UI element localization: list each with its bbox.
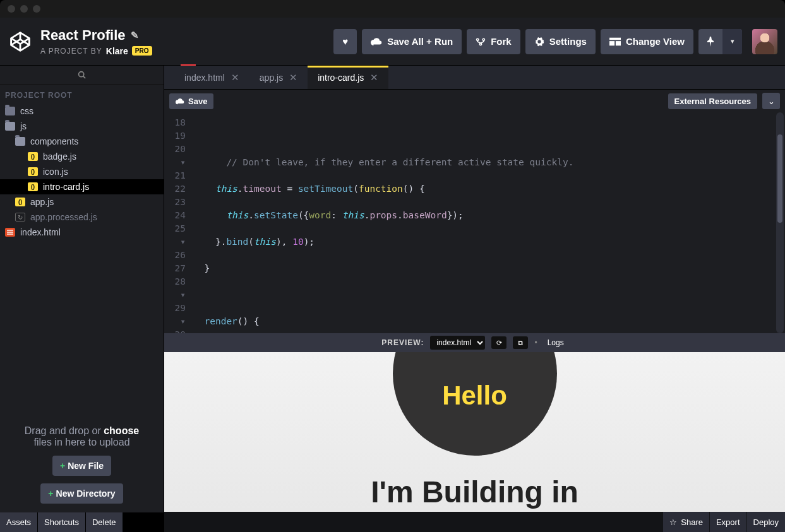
tab-app-js[interactable]: app.js ✕	[249, 66, 308, 89]
dropzone-choose[interactable]: choose	[104, 425, 139, 436]
code-body[interactable]: // Don't leave, if they enter a differen…	[191, 112, 785, 333]
shortcuts-button[interactable]: Shortcuts	[38, 512, 85, 532]
external-link-icon: ⧉	[518, 339, 523, 347]
export-button[interactable]: Export	[710, 512, 746, 532]
chevron-down-icon[interactable]: ▾	[722, 29, 742, 54]
pin-dropdown[interactable]: ▾	[698, 29, 742, 54]
project-root-label: PROJECT ROOT	[0, 85, 164, 103]
dropzone-text-2: files in here to upload	[9, 437, 155, 448]
file-intro-card-js[interactable]: intro-card.js	[0, 179, 164, 194]
editor-toolbar: Save External Resources ⌄	[164, 90, 785, 112]
bottom-toolbar: ☆Share Export Deploy	[164, 512, 785, 532]
folder-css[interactable]: css	[0, 103, 164, 119]
folder-components[interactable]: components	[0, 134, 164, 149]
svg-rect-8	[616, 41, 621, 45]
folder-open-icon	[5, 122, 15, 131]
new-file-button[interactable]: +New File	[52, 456, 111, 476]
editor-tabbar: index.html ✕ app.js ✕ intro-card.js ✕	[164, 66, 785, 90]
dropzone-text-1: Drag and drop or	[25, 425, 104, 436]
chevron-down-icon: ⌄	[768, 97, 775, 106]
change-view-button[interactable]: Change View	[601, 29, 693, 54]
line-gutter: 18 19 20 ▾ 21 22 23 24 25 ▾ 26 27 28 ▾ 2…	[164, 112, 191, 333]
close-icon[interactable]: ✕	[231, 72, 239, 83]
file-index-html[interactable]: index.html	[0, 225, 164, 240]
preview-pane: Hello I'm Building in	[164, 352, 785, 512]
preview-badge-circle: Hello	[393, 352, 557, 456]
close-icon[interactable]: ✕	[370, 72, 378, 83]
window-titlebar	[0, 0, 785, 18]
processed-file-icon	[15, 213, 25, 222]
refresh-icon: ⟳	[496, 339, 502, 347]
folder-js[interactable]: js	[0, 119, 164, 134]
file-badge-js[interactable]: badge.js	[0, 149, 164, 164]
preview-file-select[interactable]: index.html	[430, 336, 485, 350]
project-author[interactable]: Klare	[106, 46, 128, 56]
save-run-label: Save All + Run	[387, 36, 453, 47]
file-app-processed-js[interactable]: app.processed.js	[0, 210, 164, 225]
settings-button[interactable]: Settings	[525, 29, 596, 54]
popout-button[interactable]: ⧉	[513, 336, 528, 349]
refresh-button[interactable]: ⟳	[491, 336, 506, 349]
search-icon	[78, 71, 86, 79]
settings-label: Settings	[549, 36, 587, 47]
svg-rect-6	[609, 37, 621, 40]
js-file-icon	[28, 152, 38, 161]
preview-heading: I'm Building in	[371, 475, 578, 509]
pin-icon[interactable]	[698, 29, 722, 54]
plus-icon: +	[48, 488, 53, 499]
separator	[534, 338, 537, 347]
project-byline-prefix: A PROJECT BY	[40, 47, 102, 56]
close-icon[interactable]: ✕	[289, 72, 297, 83]
html-file-icon	[5, 228, 15, 237]
js-file-icon	[15, 198, 25, 206]
deploy-button[interactable]: Deploy	[747, 512, 785, 532]
fork-label: Fork	[491, 36, 512, 47]
editor-options-chevron[interactable]: ⌄	[762, 93, 780, 109]
star-icon: ☆	[669, 517, 677, 527]
fork-icon	[476, 37, 486, 46]
traffic-light-zoom[interactable]	[33, 5, 40, 13]
change-view-label: Change View	[626, 36, 685, 47]
user-avatar[interactable]	[752, 29, 777, 54]
share-button[interactable]: ☆Share	[663, 512, 709, 532]
js-file-icon	[28, 167, 38, 176]
editor-save-button[interactable]: Save	[169, 93, 213, 109]
new-directory-button[interactable]: +New Directory	[40, 483, 123, 504]
file-app-js[interactable]: app.js	[0, 194, 164, 210]
traffic-light-close[interactable]	[8, 5, 15, 13]
svg-point-4	[482, 38, 484, 40]
delete-button[interactable]: Delete	[86, 512, 123, 532]
file-sidebar: PROJECT ROOT css js components badge.js …	[0, 66, 164, 532]
fork-button[interactable]: Fork	[467, 29, 520, 54]
plus-icon: +	[60, 461, 65, 471]
save-run-button[interactable]: Save All + Run	[362, 29, 462, 54]
file-search[interactable]	[0, 66, 164, 85]
pro-badge: PRO	[132, 46, 152, 56]
layout-icon	[609, 37, 621, 46]
editor-scrollbar[interactable]	[776, 112, 784, 333]
sidebar-footer: Assets Shortcuts Delete	[0, 512, 164, 532]
tab-index-html[interactable]: index.html ✕	[174, 66, 249, 89]
editor-column: index.html ✕ app.js ✕ intro-card.js ✕ Sa…	[164, 66, 785, 532]
external-resources-button[interactable]: External Resources	[668, 93, 757, 109]
logs-button[interactable]: Logs	[544, 337, 568, 348]
assets-button[interactable]: Assets	[0, 512, 37, 532]
svg-point-3	[477, 38, 479, 40]
file-icon-js[interactable]: icon.js	[0, 164, 164, 179]
file-tree: css js components badge.js icon.js intro…	[0, 103, 164, 414]
codepen-logo-icon	[8, 29, 33, 54]
app-header: React Profile ✎ A PROJECT BY Klare PRO ♥…	[0, 18, 785, 66]
traffic-light-minimize[interactable]	[20, 5, 28, 13]
pencil-icon[interactable]: ✎	[131, 30, 139, 41]
tab-intro-card-js[interactable]: intro-card.js ✕	[308, 66, 388, 89]
heart-button[interactable]: ♥	[333, 29, 357, 54]
upload-dropzone[interactable]: Drag and drop or choose files in here to…	[0, 414, 164, 512]
svg-line-10	[83, 76, 85, 78]
project-title[interactable]: React Profile	[40, 27, 126, 44]
js-file-icon	[28, 182, 38, 191]
code-editor[interactable]: 18 19 20 ▾ 21 22 23 24 25 ▾ 26 27 28 ▾ 2…	[164, 112, 785, 333]
preview-badge-text: Hello	[442, 381, 507, 411]
preview-label: PREVIEW:	[381, 338, 424, 347]
svg-point-9	[79, 72, 84, 77]
heart-icon: ♥	[342, 36, 348, 47]
